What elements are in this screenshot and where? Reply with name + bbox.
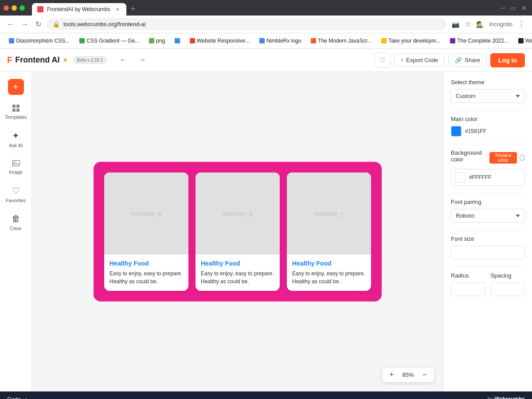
bookmark-nimble[interactable]: NimbleRx logo — [256, 37, 305, 45]
radius-section: Radius 16 — [451, 272, 485, 296]
font-size-section: Font size 19 — [451, 235, 525, 259]
card-2-title: Healthy Food — [201, 260, 274, 267]
export-icon: ↑ — [401, 57, 404, 63]
bookmark-take-your[interactable]: Take your developm... — [378, 37, 444, 45]
bg-color-label: Background color — [451, 149, 487, 163]
radius-input[interactable]: 16 — [451, 282, 485, 296]
beta-badge: Beta v 2.10.1 — [73, 56, 107, 64]
tab-close-button[interactable]: ✕ — [114, 6, 121, 13]
main-color-hex: #1581FF — [465, 128, 525, 134]
bookmark-favicon — [190, 38, 195, 43]
main-color-swatch[interactable] — [451, 126, 462, 137]
close-window-button[interactable]: ✕ — [520, 3, 528, 13]
card-2-image: icecream_b — [196, 172, 280, 254]
bookmark-complete[interactable]: The Complete 2022... — [446, 37, 512, 45]
bookmark-favicon — [381, 38, 387, 43]
bookmark-label: The Modern JavaScr... — [318, 38, 372, 44]
sidebar-item-clear[interactable]: 🗑 Clear — [0, 210, 31, 235]
window-controls — [4, 5, 25, 11]
replace-white-label: Replace white — [492, 153, 514, 163]
sidebar-item-image[interactable]: Image — [0, 155, 31, 178]
image-icon — [12, 159, 20, 168]
card-3-body: Healthy Food Easy to enjoy, easy to prep… — [287, 254, 371, 291]
header-nav: ← → — [116, 54, 149, 66]
card-1-image-placeholder: icecream_a — [131, 210, 161, 217]
bookmark-favicon — [518, 38, 524, 43]
reload-button[interactable]: ↻ — [34, 18, 43, 30]
zoom-out-button[interactable]: − — [420, 370, 429, 379]
bookmark-modern-js[interactable]: The Modern JavaScr... — [307, 37, 375, 45]
heart-icon: ♡ — [12, 185, 20, 196]
export-code-button[interactable]: ↑ Export Code — [394, 54, 445, 66]
incognito-icon[interactable]: 🕵 — [474, 19, 485, 30]
image-label: Image — [9, 169, 23, 175]
bookmark-responsive[interactable]: Website Responsive... — [186, 37, 253, 45]
sidebar-item-templates[interactable]: Templates — [0, 100, 31, 123]
sidebar-item-ask-ai[interactable]: ✦ Ask AI — [0, 127, 31, 152]
bg-color-swatch[interactable] — [455, 172, 466, 183]
bookmark-favicon — [9, 38, 14, 43]
ai-icon: ✦ — [12, 130, 20, 141]
font-size-input[interactable]: 19 — [451, 246, 525, 259]
menu-icon[interactable]: ⋮ — [516, 18, 527, 30]
ask-ai-label: Ask AI — [9, 143, 23, 148]
undo-button[interactable]: ← — [116, 54, 131, 66]
bookmark-glassmorphism[interactable]: Glassmorphism CSS... — [5, 37, 73, 45]
address-text: tools.webcrumbs.org/frontend-ai — [63, 21, 440, 27]
webcrumbs-brand: Webcrumbs — [495, 396, 525, 399]
zoom-in-button[interactable]: + — [387, 370, 396, 379]
favorites-label: Favorites — [6, 198, 26, 203]
card-2-body: Healthy Food Easy to enjoy, easy to prep… — [196, 254, 280, 291]
sidebar-item-favorites[interactable]: ♡ Favorites — [0, 182, 31, 207]
logo-text: Frontend AI — [15, 55, 59, 65]
address-bar[interactable]: 🔒 tools.webcrumbs.org/frontend-ai — [47, 18, 446, 30]
lock-icon: 🔒 — [53, 21, 60, 27]
spacing-input[interactable]: 5 — [491, 282, 525, 296]
bookmark-webdev[interactable]: Web Development... — [515, 37, 532, 45]
maximize-button[interactable] — [20, 5, 25, 11]
info-icon[interactable]: i — [520, 155, 525, 161]
bg-color-label-row: Background color Replace white i — [451, 149, 525, 166]
card-3[interactable]: icecream_c Healthy Food Easy to enjoy, e… — [287, 172, 371, 291]
card-1[interactable]: icecream_a Healthy Food Easy to enjoy, e… — [104, 172, 188, 291]
bookmark-blue[interactable] — [171, 37, 184, 44]
code-toggle[interactable]: Code ▲ — [7, 396, 28, 399]
templates-label: Templates — [4, 114, 27, 120]
bookmark-label: Website Responsive... — [197, 38, 250, 44]
close-button[interactable] — [4, 5, 9, 11]
favorite-button[interactable]: ♡ — [375, 53, 391, 67]
minimize-window-button[interactable]: ─ — [499, 3, 507, 13]
add-template-button[interactable]: + — [8, 79, 24, 95]
login-button[interactable]: Log in — [490, 53, 525, 67]
card-2[interactable]: icecream_b Healthy Food Easy to enjoy, e… — [196, 172, 280, 291]
bookmark-png[interactable]: png — [145, 37, 168, 45]
profile-icon[interactable]: Incognito — [487, 19, 514, 29]
svg-rect-3 — [16, 109, 20, 112]
share-button[interactable]: 🔗 Share — [448, 54, 487, 66]
divider-3 — [451, 193, 525, 193]
redo-button[interactable]: → — [134, 54, 149, 66]
tab-favicon — [37, 6, 43, 12]
camera-icon[interactable]: 📷 — [450, 19, 461, 30]
minimize-button[interactable] — [12, 5, 17, 11]
canvas-content: icecream_a Healthy Food Easy to enjoy, e… — [94, 162, 382, 301]
back-button[interactable]: ← — [5, 19, 16, 30]
star-icon[interactable]: ☆ — [463, 18, 473, 30]
spacing-label: Spacing — [491, 272, 525, 279]
active-tab[interactable]: FrontendAI by Webcrumbs ✕ — [32, 3, 126, 16]
forward-button[interactable]: → — [20, 19, 30, 30]
svg-rect-2 — [12, 109, 16, 112]
bg-color-section: Background color Replace white i #FFFFFF — [451, 149, 525, 186]
main-layout: + Templates ✦ Ask AI Image ♡ Favorites — [0, 72, 532, 391]
new-tab-button[interactable]: + — [127, 3, 139, 16]
theme-select[interactable]: Custom — [451, 89, 525, 103]
replace-white-button[interactable]: Replace white — [489, 152, 517, 164]
bookmarks-bar: Glassmorphism CSS... CSS Gradient — Ge..… — [0, 33, 532, 49]
bookmark-cssgradient[interactable]: CSS Gradient — Ge... — [76, 37, 143, 45]
restore-window-button[interactable]: ▭ — [509, 3, 518, 13]
divider-5 — [451, 266, 525, 267]
font-select[interactable]: Roboto — [451, 209, 525, 223]
svg-rect-0 — [12, 105, 16, 108]
card-3-image: icecream_c — [287, 172, 371, 254]
bookmark-favicon — [149, 38, 154, 43]
